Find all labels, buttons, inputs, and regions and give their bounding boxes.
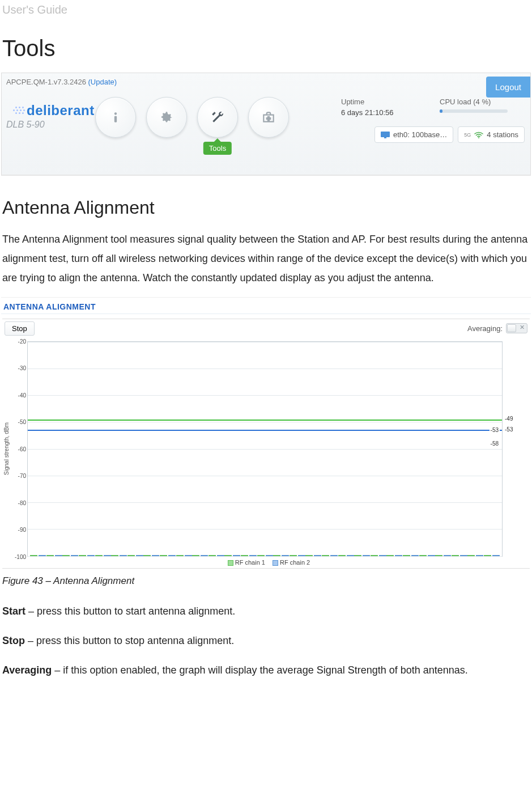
grid-line — [28, 449, 502, 450]
brand-name: deliberant — [27, 103, 95, 118]
page-title-tools: Tools — [0, 16, 532, 73]
chart-legend: RF chain 1 RF chain 2 — [1, 557, 531, 567]
panel-controls: Stop Averaging: — [1, 320, 531, 341]
doc-header: User's Guide — [0, 0, 532, 16]
y-axis-label-container: Signal strength, dBm — [2, 341, 10, 557]
uptime-cell: Uptime 6 days 21:10:56 — [341, 97, 426, 118]
wifi-icon — [474, 132, 483, 138]
y-axis: -20-30-40-50-60-70-80-90-100 — [10, 341, 27, 557]
wrench-screwdriver-icon — [210, 110, 225, 125]
gear-icon — [159, 110, 174, 125]
logout-button[interactable]: Logout — [486, 77, 530, 98]
grid-line — [28, 369, 502, 369]
def-avg-rest: – if this option enabled, the graph will… — [52, 664, 468, 676]
def-start-term: Start — [2, 605, 25, 617]
def-avg-term: Averaging — [2, 664, 52, 676]
y-tick-label: -50 — [18, 419, 26, 425]
cpu-cell: CPU load (4 %) — [440, 97, 525, 118]
y-tick-label: -20 — [18, 338, 26, 344]
figure-caption: Figure 43 – Antenna Alignment — [0, 573, 532, 598]
brand-logo: deliberant — [6, 103, 95, 118]
grid-line — [28, 342, 502, 342]
firmware-line: APCPE.QM-1.v7.3.2426 (Update) — [6, 78, 117, 86]
svg-point-0 — [114, 112, 117, 115]
wifi-badge[interactable]: 5G 4 stations — [458, 126, 525, 143]
update-link[interactable]: (Update) — [88, 78, 117, 86]
ref-line-chain1 — [28, 420, 502, 421]
legend-label-chain1: RF chain 1 — [235, 559, 265, 566]
right-guide-labels: -49-53 — [503, 341, 530, 557]
y-tick-label: -100 — [15, 553, 26, 560]
briefcase-plus-icon — [261, 110, 276, 125]
y-tick-label: -70 — [18, 473, 26, 479]
chart-wrapper: Signal strength, dBm -20-30-40-50-60-70-… — [1, 341, 531, 557]
y-tick-label: -80 — [18, 499, 26, 506]
nav-active-label: Tools — [203, 142, 232, 155]
nav-icon-row: Tools — [95, 97, 289, 138]
stop-button[interactable]: Stop — [5, 321, 35, 336]
eth-badge[interactable]: eth0: 100base… — [374, 126, 453, 143]
right-marker-mid: -53 — [504, 426, 514, 433]
legend-label-chain2: RF chain 2 — [280, 559, 310, 566]
y-tick-label: -90 — [18, 527, 26, 533]
antenna-alignment-panel: ANTENNA ALIGNMENT Stop Averaging: Signal… — [1, 297, 531, 569]
def-stop-rest: – press this button to stop antenna alig… — [25, 635, 234, 646]
averaging-control: Averaging: — [467, 323, 527, 333]
current-label-chain1: -53 — [490, 427, 500, 433]
uptime-value: 6 days 21:10:56 — [341, 108, 426, 118]
grid-line — [28, 529, 502, 530]
svg-rect-1 — [114, 116, 117, 122]
current-label-chain2: -58 — [490, 441, 500, 447]
grid-line — [28, 556, 502, 557]
brand-block: deliberant DLB 5-90 — [6, 103, 95, 130]
svg-rect-3 — [384, 137, 386, 138]
status-grid: Uptime 6 days 21:10:56 CPU load (4 %) — [341, 97, 525, 118]
def-stop: Stop – press this button to stop antenna… — [0, 628, 532, 657]
svg-rect-2 — [381, 132, 390, 137]
device-top-bar: APCPE.QM-1.v7.3.2426 (Update) Logout del… — [1, 73, 531, 176]
cpu-bar-fill — [440, 109, 442, 113]
y-axis-label: Signal strength, dBm — [3, 422, 10, 475]
grid-line — [28, 422, 502, 422]
chart-plot-area: -53-58 — [27, 341, 503, 557]
monitor-icon — [381, 132, 390, 138]
uptime-label: Uptime — [341, 97, 426, 108]
def-stop-term: Stop — [2, 635, 25, 646]
def-averaging: Averaging – if this option enabled, the … — [0, 657, 532, 687]
cpu-label: CPU load (4 %) — [440, 97, 525, 108]
section-title-antenna: Antenna Alignment — [0, 181, 532, 226]
bottom-separator — [2, 568, 530, 569]
panel-title: ANTENNA ALIGNMENT — [1, 298, 531, 314]
right-marker-top: -49 — [504, 416, 514, 422]
averaging-label: Averaging: — [467, 324, 503, 333]
eth-badge-label: eth0: 100base… — [393, 130, 447, 139]
wifi-band-prefix: 5G — [464, 132, 471, 138]
y-tick-label: -40 — [18, 392, 26, 398]
y-tick-label: -60 — [18, 446, 26, 452]
legend-swatch-chain1 — [228, 560, 233, 566]
nav-settings-button[interactable] — [146, 97, 187, 138]
averaging-toggle[interactable] — [506, 323, 527, 333]
legend-swatch-chain2 — [273, 560, 278, 566]
def-start-rest: – press this button to start antenna ali… — [25, 605, 235, 617]
cpu-bar — [440, 109, 508, 113]
info-icon — [108, 110, 123, 125]
def-start: Start – press this button to start anten… — [0, 598, 532, 628]
title-separator — [2, 319, 530, 319]
logo-dots-icon — [6, 107, 25, 115]
grid-line — [28, 476, 502, 476]
nav-info-button[interactable] — [95, 97, 136, 138]
status-badges: eth0: 100base… 5G 4 stations — [374, 126, 525, 143]
nav-tools-button[interactable]: Tools — [197, 97, 238, 138]
firmware-version: APCPE.QM-1.v7.3.2426 — [6, 78, 86, 86]
grid-line — [28, 502, 502, 503]
y-tick-label: -30 — [18, 365, 26, 371]
grid-line — [28, 395, 502, 396]
intro-paragraph: The Antenna Alignment tool measures sign… — [0, 226, 532, 295]
wifi-badge-label: 4 stations — [487, 130, 518, 139]
svg-point-4 — [478, 137, 479, 138]
ref-line-chain2 — [28, 430, 502, 431]
nav-support-button[interactable] — [248, 97, 289, 138]
device-model: DLB 5-90 — [6, 120, 95, 130]
